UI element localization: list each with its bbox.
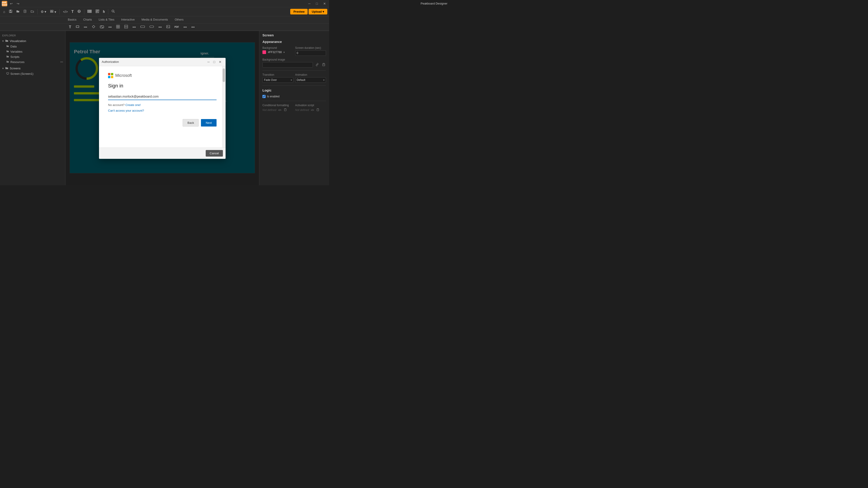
tab-media-docs[interactable]: Media & Documents xyxy=(142,17,168,23)
ms-sq-green xyxy=(111,73,113,75)
folder-button[interactable] xyxy=(29,8,35,15)
folder-open-icon xyxy=(16,9,20,14)
svg-rect-27 xyxy=(98,11,99,12)
sidebar-item-scripts[interactable]: Scripts xyxy=(0,54,65,59)
animation-select[interactable]: Default xyxy=(295,77,326,83)
tab-interactive[interactable]: Interactive xyxy=(121,17,135,23)
next-button[interactable]: Next xyxy=(201,119,217,127)
maximize-button[interactable]: □ xyxy=(315,1,319,6)
search-button[interactable] xyxy=(110,8,116,15)
bg-image-delete-button[interactable] xyxy=(321,63,326,67)
sidebar-item-variables[interactable]: Variables xyxy=(0,49,65,54)
title-bar-left: peakboard ↩ ↪ xyxy=(2,1,21,6)
badge-tool-button[interactable] xyxy=(139,24,146,30)
auth-dialog-maximize[interactable]: □ xyxy=(212,60,217,64)
new-file-button[interactable] xyxy=(22,8,28,15)
qr-button[interactable] xyxy=(94,8,101,15)
title-bar: peakboard ↩ ↪ Peakboard Designer ─ □ ✕ xyxy=(0,0,329,7)
bg-image-input[interactable] xyxy=(262,62,313,68)
shape-tool-button[interactable] xyxy=(91,24,96,30)
redo-button[interactable]: ↪ xyxy=(16,1,21,6)
home-button[interactable]: ⌂ xyxy=(2,9,6,14)
is-enabled-checkbox[interactable] xyxy=(262,95,266,98)
tab-lists-tiles[interactable]: Lists & Tiles xyxy=(99,17,114,23)
svg-rect-32 xyxy=(116,25,120,28)
as-code-button[interactable]: </> xyxy=(310,108,315,112)
minimize-button[interactable]: ─ xyxy=(307,1,312,6)
resources-more[interactable]: ••• xyxy=(60,61,63,64)
svg-rect-18 xyxy=(91,10,91,13)
others-more-button[interactable]: ••• xyxy=(190,25,196,30)
screen-label: Screen xyxy=(262,33,326,37)
auth-dialog-close[interactable]: ✕ xyxy=(217,60,223,64)
tab-basics[interactable]: Basics xyxy=(68,17,76,23)
settings-button[interactable]: ⚙ ▾ xyxy=(39,9,48,15)
interactive-more-button[interactable]: ••• xyxy=(157,25,163,30)
rect-tool-button[interactable] xyxy=(74,24,81,30)
animation-label: Animation xyxy=(295,73,326,76)
logic-title: Logic xyxy=(262,88,326,92)
cf-code-button[interactable]: </> xyxy=(277,108,282,112)
list-tool-button[interactable] xyxy=(123,24,129,30)
svg-rect-6 xyxy=(51,10,52,11)
tab-others[interactable]: Others xyxy=(175,17,184,23)
media-more-button[interactable]: ••• xyxy=(182,25,188,30)
lists-more-button[interactable]: ••• xyxy=(131,25,137,30)
undo-button[interactable]: ↩ xyxy=(8,1,14,6)
email-input[interactable] xyxy=(108,93,217,100)
svg-rect-58 xyxy=(317,109,319,111)
auth-dialog-body: Microsoft Sign in No account? Create one… xyxy=(99,66,225,148)
save-button[interactable] xyxy=(7,8,14,15)
pill-tool-button[interactable] xyxy=(148,24,155,30)
link-tool-button[interactable] xyxy=(99,25,105,30)
cant-access-link[interactable]: Can't access your account? xyxy=(108,109,144,112)
upload-button[interactable]: Upload ▾ xyxy=(309,9,327,14)
sidebar-item-resources[interactable]: Resources ••• xyxy=(0,59,65,65)
screens-folder-icon xyxy=(5,66,8,70)
sidebar-screens[interactable]: ▾ Screens xyxy=(0,66,65,71)
sidebar-item-screen1[interactable]: Screen (Screen1) xyxy=(0,71,65,76)
manage-button[interactable]: ▾ xyxy=(49,8,58,15)
activation-script-not-defined: Not defined xyxy=(295,108,309,111)
svg-rect-25 xyxy=(96,12,97,12)
create-one-link[interactable]: Create one! xyxy=(125,103,141,107)
font-button[interactable]: T xyxy=(70,9,75,15)
close-button[interactable]: ✕ xyxy=(322,1,327,6)
app-logo: peakboard xyxy=(2,1,7,6)
color-dropdown-icon[interactable]: ▾ xyxy=(283,51,285,54)
screen-duration-input[interactable] xyxy=(295,51,326,56)
code-button[interactable]: </> xyxy=(61,9,69,14)
sidebar-visualization[interactable]: ▾ Visualization xyxy=(0,38,65,44)
svg-rect-31 xyxy=(76,26,79,28)
shapes-more-2-button[interactable]: ••• xyxy=(107,25,113,30)
tab-charts[interactable]: Charts xyxy=(83,17,92,23)
back-button[interactable]: Back xyxy=(183,119,199,127)
ms-sq-yellow xyxy=(111,76,113,78)
cancel-button[interactable]: Cancel xyxy=(206,150,223,157)
bg-color-swatch[interactable] xyxy=(262,51,266,54)
bg-image-link-button[interactable] xyxy=(315,63,320,67)
auth-dialog-minimize[interactable]: ─ xyxy=(206,60,211,64)
h-button[interactable]: h xyxy=(101,9,106,15)
conditional-formatting-not-defined: Not defined xyxy=(262,108,276,111)
transition-select[interactable]: Fade Over xyxy=(262,77,293,83)
auth-dialog-title: Authorization xyxy=(102,60,119,64)
barcode-button[interactable] xyxy=(86,9,93,14)
svg-rect-7 xyxy=(52,10,53,11)
preview-button[interactable]: Preview xyxy=(290,9,308,14)
open-folder-button[interactable] xyxy=(15,8,21,15)
auth-dialog-scrollbar[interactable] xyxy=(222,66,225,148)
as-delete-button[interactable] xyxy=(316,108,320,112)
svg-rect-54 xyxy=(284,109,286,111)
text-tool-button[interactable]: T xyxy=(68,24,72,30)
globe-button[interactable] xyxy=(76,8,82,15)
table-tool-button[interactable] xyxy=(115,24,121,30)
shapes-more-button[interactable]: ••• xyxy=(83,25,88,30)
svg-rect-19 xyxy=(91,10,92,13)
folder-icon xyxy=(5,39,8,43)
image-tool-button[interactable] xyxy=(165,24,171,30)
sidebar-item-data[interactable]: Data xyxy=(0,44,65,49)
pdf-tool-button[interactable]: PDF xyxy=(174,25,180,29)
cf-delete-button[interactable] xyxy=(283,108,287,112)
svg-rect-1 xyxy=(10,10,11,11)
